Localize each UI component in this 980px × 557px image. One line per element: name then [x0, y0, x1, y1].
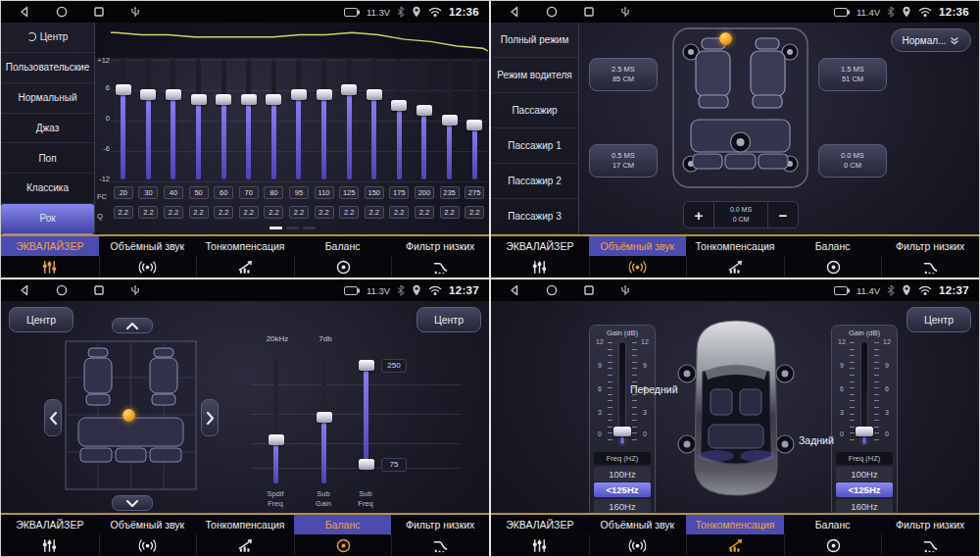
tab-loudness[interactable]: Тонкомпенсация [686, 515, 784, 556]
page-indicator-dot[interactable] [286, 227, 299, 229]
eq-band-slider[interactable] [111, 60, 136, 179]
listen-mode-item[interactable]: Режим водителя [491, 58, 578, 93]
slider-handle[interactable] [317, 89, 332, 100]
eq-band-slider[interactable] [286, 60, 312, 179]
tab-lowpass[interactable]: Фильтр низких [881, 515, 979, 556]
eq-preset-item[interactable]: Джаз [1, 114, 94, 144]
tab-loudness[interactable]: Тонкомпенсация [686, 236, 784, 278]
gain-handle[interactable] [613, 427, 631, 436]
seat-left-button[interactable] [44, 399, 62, 436]
eq-band-slider[interactable] [211, 60, 236, 179]
slider-handle[interactable] [266, 94, 281, 105]
page-indicator-dot[interactable] [303, 227, 316, 229]
slider-handle[interactable] [241, 94, 257, 105]
tab-lowpass[interactable]: Фильтр низких [391, 236, 489, 278]
center-button-right[interactable]: Центр [416, 307, 481, 332]
tab-equalizer[interactable]: ЭКВАЛАЙЗЕР [1, 515, 99, 556]
spdif-freq-slider[interactable] [273, 360, 278, 483]
back-button[interactable] [19, 284, 30, 296]
recents-button[interactable] [93, 6, 105, 18]
back-button[interactable] [509, 6, 520, 18]
freq-option[interactable]: 160Hz [594, 499, 651, 514]
seat-right-button[interactable] [201, 399, 219, 436]
recents-button[interactable] [583, 284, 595, 296]
page-indicator-dot[interactable] [270, 227, 282, 229]
delay-plus-button[interactable]: + [684, 202, 713, 228]
tab-surround[interactable]: Объёмный звук [99, 515, 197, 556]
eq-band-slider[interactable] [437, 60, 463, 179]
tab-balance[interactable]: Баланс [294, 515, 392, 556]
gain-handle[interactable] [856, 427, 873, 436]
center-button[interactable]: Центр [906, 307, 971, 332]
slider-handle[interactable] [116, 84, 131, 95]
slider-handle[interactable] [216, 94, 231, 105]
home-button[interactable] [56, 284, 68, 296]
eq-band-slider[interactable] [362, 60, 387, 179]
eq-band-slider[interactable] [462, 60, 487, 179]
balance-position-dot[interactable] [122, 409, 135, 422]
seat-up-button[interactable] [112, 318, 153, 333]
tab-balance[interactable]: Баланс [784, 515, 882, 556]
slider-handle[interactable] [191, 94, 207, 105]
eq-band-slider[interactable] [336, 60, 362, 179]
listen-mode-item[interactable]: Полный режим [491, 23, 578, 58]
slider-handle[interactable] [416, 105, 432, 116]
listen-mode-item[interactable]: Пассажир [491, 93, 578, 128]
eq-band-slider[interactable] [262, 60, 287, 179]
home-button[interactable] [56, 6, 68, 18]
tab-loudness[interactable]: Тонкомпенсация [196, 236, 294, 278]
tab-lowpass[interactable]: Фильтр низких [881, 236, 979, 278]
center-button-left[interactable]: Центр [9, 307, 74, 332]
seat-down-button[interactable] [112, 495, 153, 511]
eq-pager[interactable] [95, 216, 489, 233]
eq-preset-item[interactable]: Классика [1, 174, 94, 204]
tab-surround[interactable]: Объёмный звук [99, 236, 197, 278]
sub-gain-slider[interactable] [321, 360, 326, 483]
delay-rear-left-button[interactable]: 0.5 MS17 CM [589, 144, 658, 177]
eq-preset-item[interactable]: Рок [1, 204, 94, 234]
eq-band-slider[interactable] [387, 60, 413, 179]
tab-surround[interactable]: Объёмный звук [589, 236, 687, 278]
slider-handle[interactable] [166, 89, 181, 100]
eq-band-slider[interactable] [161, 60, 186, 179]
recents-button[interactable] [583, 6, 595, 18]
preset-dropdown[interactable]: Нормал... [891, 28, 971, 52]
listen-mode-item[interactable]: Пассажир 2 [491, 164, 578, 199]
home-button[interactable] [546, 6, 558, 18]
slider-handle[interactable] [391, 100, 407, 111]
recents-button[interactable] [93, 284, 105, 296]
delay-rear-right-button[interactable]: 0.0 MS0 CM [818, 144, 887, 177]
tab-equalizer[interactable]: ЭКВАЛАЙЗЕР [1, 236, 99, 278]
slider-handle[interactable] [341, 84, 357, 95]
eq-preset-item[interactable]: Нормальный [1, 83, 94, 114]
sub-freq-slider[interactable] [364, 350, 368, 478]
freq-option[interactable]: 160Hz [836, 499, 893, 514]
eq-band-slider[interactable] [236, 60, 262, 179]
tab-equalizer[interactable]: ЭКВАЛАЙЗЕР [491, 236, 589, 278]
freq-option[interactable]: <125Hz [594, 482, 651, 497]
slider-handle[interactable] [367, 89, 382, 100]
tab-loudness[interactable]: Тонкомпенсация [196, 515, 294, 556]
slider-handle[interactable] [466, 120, 482, 130]
tab-equalizer[interactable]: ЭКВАЛАЙЗЕР [491, 515, 589, 556]
tab-balance[interactable]: Баланс [784, 236, 882, 278]
home-button[interactable] [546, 284, 558, 296]
eq-band-slider[interactable] [412, 60, 437, 179]
listening-position-dot[interactable] [719, 32, 732, 45]
eq-preset-item[interactable]: Пользовательские [1, 53, 94, 83]
freq-option[interactable]: 100Hz [594, 467, 651, 481]
freq-option[interactable]: <125Hz [836, 482, 893, 497]
listen-mode-item[interactable]: Пассажир 3 [491, 199, 578, 234]
delay-front-left-button[interactable]: 2.5 MS85 CM [589, 58, 658, 91]
eq-preset-item[interactable]: Центр [1, 23, 94, 53]
tab-balance[interactable]: Баланс [294, 236, 392, 278]
delay-front-right-button[interactable]: 1.5 MS51 CM [818, 58, 887, 91]
eq-preset-item[interactable]: Поп [1, 143, 94, 174]
listen-mode-item[interactable]: Пассажир 1 [491, 128, 578, 164]
back-button[interactable] [509, 284, 520, 296]
eq-band-slider[interactable] [186, 60, 212, 179]
eq-band-slider[interactable] [136, 60, 162, 179]
tab-lowpass[interactable]: Фильтр низких [391, 515, 489, 556]
freq-option[interactable]: 100Hz [836, 467, 893, 481]
slider-handle[interactable] [442, 115, 458, 126]
